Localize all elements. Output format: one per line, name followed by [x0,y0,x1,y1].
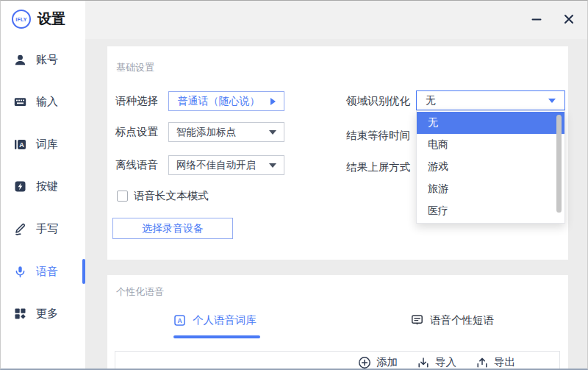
user-icon [14,54,26,66]
wait-time-label: 结束等待时间 [346,128,410,143]
import-button[interactable]: 导入 [417,355,456,369]
chevron-down-icon [269,130,276,135]
sidebar-item-label: 输入 [36,95,58,109]
close-icon [563,13,575,25]
microphone-icon [14,266,26,278]
settings-window: iFLY 设置 账号 输入 A 词库 [0,0,588,370]
window-controls [528,11,577,27]
tab-personal-lexicon[interactable]: A 个人语音词库 [173,309,257,331]
sidebar-item-input[interactable]: 输入 [1,87,85,116]
dropdown-option-games[interactable]: 游戏 [417,156,564,178]
window-title: 设置 [37,10,65,29]
import-label: 导入 [435,355,456,369]
domain-label: 领域识别优化 [346,93,410,108]
sidebar-item-more[interactable]: 更多 [1,299,85,328]
sidebar-item-label: 词库 [36,138,58,152]
sidebar-item-label: 手写 [36,222,58,236]
sidebar-item-hotkeys[interactable]: 按键 [1,171,85,201]
long-text-checkbox[interactable] [117,191,128,202]
minimize-button[interactable] [528,11,545,27]
more-icon [14,307,26,320]
active-tab-underline [173,335,260,338]
language-select-button[interactable]: 普通话（随心说） [168,91,284,111]
select-recording-device-button[interactable]: 选择录音设备 [112,218,233,239]
device-button-label: 选择录音设备 [142,222,204,235]
chevron-down-icon [269,163,276,168]
hotkey-icon [14,180,26,193]
screen-mode-label: 结果上屏方式 [346,160,410,174]
dropdown-option-none[interactable]: 无 [417,112,564,134]
tab-label: 个人语音词库 [193,313,257,327]
punctuation-select[interactable]: 智能添加标点 [168,122,284,142]
dropdown-option-medical[interactable]: 医疗 [417,200,564,222]
sidebar-item-lexicon[interactable]: A 词库 [1,129,85,159]
export-button[interactable]: 导出 [476,355,515,369]
chevron-down-icon [548,99,556,103]
lexicon-tab-icon: A [173,314,186,327]
export-icon [476,356,489,369]
keyboard-icon [14,96,26,108]
dropdown-option-travel[interactable]: 旅游 [417,178,564,200]
sidebar-item-label: 账号 [36,53,58,67]
add-button[interactable]: 添加 [358,355,398,369]
sidebar-item-label: 语音 [36,265,58,279]
offline-label: 离线语音 [115,157,158,172]
app-brand: iFLY 设置 [12,10,65,29]
add-circle-icon [358,356,371,369]
domain-value: 无 [426,94,436,107]
play-icon[interactable] [270,98,276,105]
section-title-basic: 基础设置 [116,61,154,74]
sidebar-item-voice[interactable]: 语音 [1,257,85,286]
sidebar-item-label: 按键 [36,179,58,193]
section-title-personal: 个性化语音 [116,285,164,299]
personalized-voice-panel: 个性化语音 A 个人语音词库 语音个性短语 添 [107,275,568,370]
language-value: 普通话（随心说） [178,95,260,108]
ifly-logo-icon: iFLY [12,10,31,29]
basic-settings-panel: 基础设置 语种选择 普通话（随心说） 标点设置 智能添加标点 离线语音 网络不佳… [107,46,568,260]
long-text-checkbox-row[interactable]: 语音长文本模式 [117,189,209,203]
lexicon-list-box: 添加 导入 导出 [115,351,560,370]
add-label: 添加 [376,355,398,369]
phrase-tab-icon [411,314,423,327]
domain-dropdown-list: 无 电商 游戏 旅游 医疗 [416,110,565,224]
dictionary-icon: A [14,138,26,151]
offline-value: 网络不佳自动开启 [176,159,256,172]
sidebar-item-label: 更多 [36,307,58,321]
dropdown-scrollbar[interactable] [556,115,562,213]
tab-label: 语音个性短语 [430,313,494,327]
sidebar-item-handwriting[interactable]: 手写 [1,214,85,243]
titlebar-background [85,1,588,39]
sidebar-item-account[interactable]: 账号 [1,45,85,74]
dropdown-option-ecommerce[interactable]: 电商 [417,134,564,156]
punctuation-label: 标点设置 [115,124,158,139]
sidebar: iFLY 设置 账号 输入 A 词库 [1,1,85,369]
handwriting-icon [14,223,26,235]
import-icon [417,356,430,369]
punctuation-value: 智能添加标点 [176,126,236,139]
long-text-label: 语音长文本模式 [134,189,209,203]
minimize-icon [531,13,542,25]
close-button[interactable] [561,11,577,27]
lexicon-toolbar: 添加 导入 导出 [358,355,515,369]
offline-select[interactable]: 网络不佳自动开启 [168,155,284,175]
tab-voice-phrases[interactable]: 语音个性短语 [411,309,494,331]
export-label: 导出 [494,355,515,369]
active-indicator [82,259,85,284]
language-label: 语种选择 [115,93,158,108]
domain-select[interactable]: 无 [416,90,565,110]
svg-text:A: A [19,140,24,148]
svg-text:A: A [177,316,182,324]
